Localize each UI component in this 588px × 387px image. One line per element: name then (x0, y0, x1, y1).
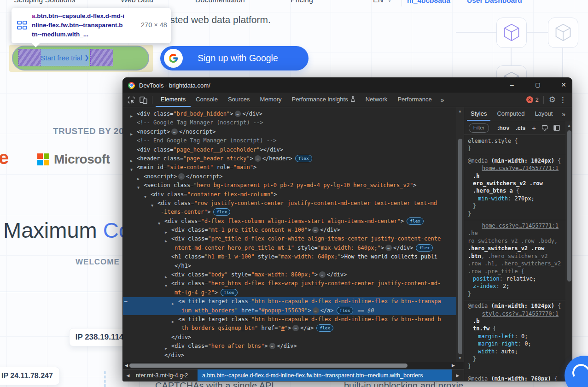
dom-tree-node[interactable]: <!-- End Google Tag Manager (noscript) -… (123, 136, 456, 145)
scroll-up-icon[interactable]: ▲ (565, 123, 572, 128)
dom-tree-node[interactable]: mt-lg-4 g-2">flex (123, 288, 456, 297)
href-link[interactable]: # (281, 325, 285, 331)
dom-tree-node[interactable]: ▶⋯<a title target class="btn btn--capsul… (123, 297, 456, 306)
style-rule-line[interactable]: } (464, 145, 566, 152)
dom-tree-node[interactable]: ▼<div class="row justify-content-center … (123, 199, 456, 208)
style-rule-line[interactable]: position: relative; (464, 275, 566, 282)
scroll-up-icon[interactable]: ▲ (456, 109, 464, 113)
expand-ellipsis[interactable]: … (178, 173, 185, 180)
expand-ellipsis[interactable]: … (269, 343, 276, 349)
styles-vertical-scrollbar[interactable]: ▲ ▼ (565, 121, 572, 381)
flex-badge[interactable]: flex (213, 208, 230, 216)
flex-badge[interactable]: flex (316, 324, 333, 332)
nav-documentation[interactable]: Documentation (195, 0, 245, 4)
sidebar-tab-styles[interactable]: Styles (467, 107, 490, 121)
style-rule-line[interactable]: .he (464, 229, 566, 237)
style-rule-line[interactable]: .b (464, 317, 566, 325)
style-rule-line[interactable]: } (464, 202, 566, 210)
scroll-right-icon[interactable]: ▶ (452, 363, 455, 368)
style-rule-line[interactable]: ro_switchers_v2 .row .body, (464, 237, 566, 245)
nav-scraping-solutions[interactable]: Scraping Solutions (14, 0, 75, 4)
style-rule-line[interactable]: z-index: 2; (464, 282, 566, 290)
dom-tree-node[interactable]: ▶<div class="mt-1 pre_title_content w-10… (123, 226, 456, 235)
stylesheet-link[interactable]: home.css?ve…714557771:1 (482, 223, 559, 229)
flex-badge[interactable]: flex (337, 307, 354, 314)
more-tabs-button[interactable]: » (437, 96, 448, 104)
breadcrumb-item-selected[interactable]: a.btn.btn--capsule.d-flex.d-md-inline-fl… (198, 369, 452, 381)
close-button[interactable]: ✕ (557, 78, 571, 93)
devtools-titlebar[interactable]: DevTools - brightdata.com/ – ▢ ✕ (123, 78, 572, 93)
dom-tree-node[interactable]: ▼<main id="site-content" role="main"> (123, 163, 456, 172)
style-rule-line[interactable]: @media (min-width: 1024px) { (464, 157, 566, 164)
styles-filter-input[interactable]: Filter (469, 123, 489, 133)
google-signup-button[interactable]: Sign up with Google (160, 46, 309, 70)
dom-tree-node[interactable]: ▶<noscript>…</noscript> (123, 128, 456, 136)
style-rule-line[interactable]: home.css?ve…714557771:1 (464, 164, 566, 172)
breadcrumb-right-icon[interactable]: ▶ (453, 369, 463, 381)
expand-ellipsis[interactable]: … (319, 271, 326, 278)
style-rule-line[interactable]: .row .pre_title { (464, 268, 566, 275)
sidebar-tab-layout[interactable]: Layout (531, 107, 556, 121)
toggle-hover-state-button[interactable]: :hov (497, 125, 509, 131)
new-style-rule-icon[interactable]: + (532, 124, 536, 132)
devtools-tab-sources[interactable]: Sources (223, 93, 255, 107)
node-menu-icon[interactable]: ⋯ (124, 297, 128, 306)
style-rule-line[interactable]: margin-right: 0; (464, 340, 566, 347)
sidebar-more-tabs[interactable]: » (562, 111, 565, 118)
inspect-element-icon[interactable] (128, 96, 135, 104)
breadcrumb-left-icon[interactable]: ◀ (123, 369, 133, 381)
expand-ellipsis[interactable]: … (313, 307, 319, 314)
expand-ellipsis[interactable]: … (171, 129, 178, 135)
devtools-tab-performance-insights[interactable]: Performance insights (287, 93, 361, 107)
dom-tree-node[interactable]: ▶<noscript>…</noscript> (123, 172, 456, 181)
style-rule-line[interactable]: .row .h1, .hero_switchers_v2 (464, 260, 566, 267)
dom-tree-node[interactable]: </h1> (123, 262, 456, 270)
dom-tree-node[interactable]: ▼<div class="d-flex flex-column align-it… (123, 217, 456, 226)
dom-tree-node[interactable]: -items-center">flex (123, 208, 456, 217)
style-rule-line[interactable]: } (464, 290, 566, 298)
devtools-tab-console[interactable]: Console (191, 93, 223, 107)
nav-account-id[interactable]: hl_4bcb8ada (407, 0, 450, 5)
style-rule-line[interactable]: margin-left: 0; (464, 333, 566, 340)
dom-tree-node[interactable]: </div> (123, 333, 456, 342)
dom-tree-node[interactable]: <h1 class="h1 mb-1 w-100" style="max-wid… (123, 252, 456, 261)
dom-tree-node[interactable]: ▼<div class="hero_btns d-flex flex-wrap … (123, 279, 456, 288)
stylesheet-link[interactable]: style.css?v…714557770:1 (482, 311, 559, 317)
breadcrumb-item[interactable]: nter.mt-3.mt-lg-4.g-2 (136, 369, 188, 381)
style-rule-line[interactable]: home.css?ve…714557771:1 (464, 222, 566, 229)
nav-pricing[interactable]: Pricing (291, 0, 313, 4)
dom-tree-node[interactable]: ▶<div class="body" style="max-width: 860… (123, 270, 456, 279)
scrollbar-thumb[interactable] (458, 139, 462, 354)
gear-icon[interactable]: ⚙ (549, 95, 556, 105)
style-rule-line[interactable]: style.css?v…714557770:1 (464, 310, 566, 317)
elements-horizontal-scrollbar[interactable]: ◀ ▶ (123, 362, 464, 369)
nav-user-dashboard[interactable]: User Dashboard (467, 0, 522, 5)
nav-language-selector[interactable]: EN (373, 0, 383, 4)
sidebar-tab-computed[interactable]: Computed (493, 107, 528, 121)
style-rule-line[interactable]: tn.fw { (464, 325, 566, 332)
dom-tree-node[interactable]: ▶<header class="page_header sticky">…</h… (123, 154, 456, 163)
dom-tree-node[interactable]: <!-- Google Tag Manager (noscript) --> (123, 118, 456, 127)
flex-badge[interactable]: flex (221, 289, 238, 296)
expand-ellipsis[interactable]: … (235, 111, 241, 117)
style-rule-line[interactable]: .h (464, 172, 566, 180)
flex-badge[interactable]: flex (295, 155, 312, 162)
style-rule-line[interactable]: width: auto; (464, 348, 566, 355)
style-rule-line[interactable]: min-width: 270px; (464, 195, 566, 202)
nav-web-data[interactable]: Web Data (121, 0, 153, 4)
dom-tree-node[interactable]: ▼<section class="hero bg-transparent pt-… (123, 181, 456, 190)
devtools-tab-elements[interactable]: Elements (156, 93, 191, 107)
dom-tree-node[interactable]: ▼<div class="container flex-md-column"> (123, 190, 456, 199)
dom-tree-node[interactable]: ium with_borders" href="#popup-155639">…… (123, 306, 456, 315)
toggle-class-button[interactable]: .cls (516, 125, 525, 131)
console-error-badge[interactable]: ✕ 2 (526, 96, 539, 103)
style-rule-line[interactable]: @media (min-width: 768px) { (464, 375, 566, 381)
dom-tree-node[interactable]: <div class="page_header__placeholder"></… (123, 146, 456, 154)
style-rule-line[interactable]: .btn, .hero_switchers_v2 (464, 252, 566, 260)
kebab-menu-icon[interactable]: ⋮ (559, 96, 566, 104)
minimize-button[interactable]: – (505, 78, 519, 93)
stylesheet-link[interactable]: home.css?ve…714557771:1 (482, 165, 559, 171)
style-rule-line[interactable]: } (464, 355, 566, 363)
dom-tree-node[interactable]: ▶<div class="hero_after_btns">…</div> (123, 342, 456, 351)
sidebar-toggle-icon[interactable] (553, 125, 560, 131)
